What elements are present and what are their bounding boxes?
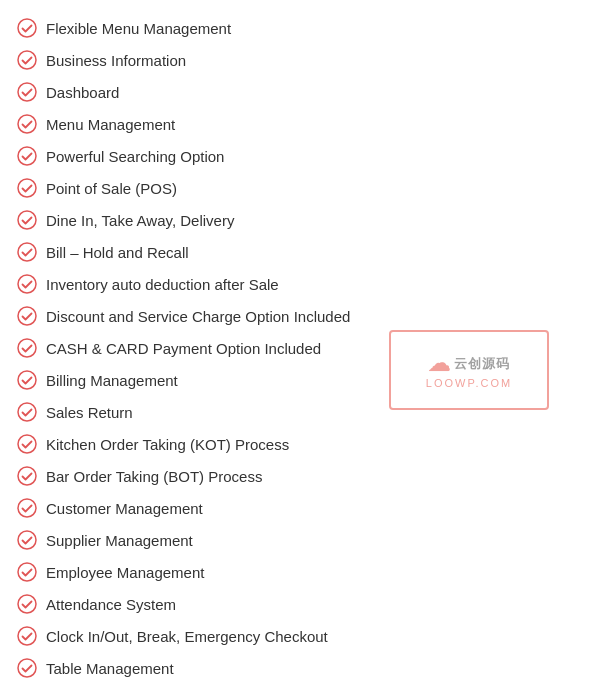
feature-label: Kitchen Order Taking (KOT) Process [46, 434, 289, 455]
check-icon [16, 177, 38, 199]
svg-point-0 [18, 19, 36, 37]
feature-label: Billing Management [46, 370, 178, 391]
check-icon [16, 81, 38, 103]
feature-list: Flexible Menu Management Business Inform… [16, 12, 593, 689]
svg-point-8 [18, 275, 36, 293]
svg-point-4 [18, 147, 36, 165]
feature-label: Supplier Management [46, 530, 193, 551]
check-icon [16, 529, 38, 551]
check-icon [16, 241, 38, 263]
feature-label: Attendance System [46, 594, 176, 615]
svg-point-7 [18, 243, 36, 261]
feature-label: Sales Return [46, 402, 133, 423]
check-icon [16, 657, 38, 679]
check-icon [16, 145, 38, 167]
check-icon [16, 337, 38, 359]
check-icon [16, 273, 38, 295]
list-item: Employee Management [16, 556, 593, 588]
feature-label: Table Management [46, 658, 174, 679]
feature-label: Customer Management [46, 498, 203, 519]
check-icon [16, 433, 38, 455]
feature-label: Bill – Hold and Recall [46, 242, 189, 263]
svg-point-1 [18, 51, 36, 69]
list-item: Powerful Searching Option [16, 140, 593, 172]
feature-label: Bar Order Taking (BOT) Process [46, 466, 262, 487]
feature-label: Employee Management [46, 562, 204, 583]
feature-label: Dine In, Take Away, Delivery [46, 210, 234, 231]
list-item: Point of Sale (POS) [16, 172, 593, 204]
list-item: Dashboard [16, 76, 593, 108]
svg-point-18 [18, 595, 36, 613]
list-item: Supplier Management [16, 524, 593, 556]
svg-point-17 [18, 563, 36, 581]
check-icon [16, 401, 38, 423]
check-icon [16, 369, 38, 391]
check-icon [16, 497, 38, 519]
check-icon [16, 465, 38, 487]
feature-label: CASH & CARD Payment Option Included [46, 338, 321, 359]
feature-label: Clock In/Out, Break, Emergency Checkout [46, 626, 328, 647]
list-item: Bill – Hold and Recall [16, 236, 593, 268]
check-icon [16, 561, 38, 583]
check-icon [16, 593, 38, 615]
check-icon [16, 113, 38, 135]
feature-label: Powerful Searching Option [46, 146, 224, 167]
check-icon [16, 625, 38, 647]
list-item: Bar Order Taking (BOT) Process [16, 460, 593, 492]
svg-point-12 [18, 403, 36, 421]
svg-point-6 [18, 211, 36, 229]
list-item: Menu Management [16, 108, 593, 140]
feature-label: Discount and Service Charge Option Inclu… [46, 306, 350, 327]
svg-point-19 [18, 627, 36, 645]
svg-point-16 [18, 531, 36, 549]
check-icon [16, 209, 38, 231]
feature-label: Dashboard [46, 82, 119, 103]
list-item: Sales Return [16, 396, 593, 428]
list-item: Kitchen Order Taking (KOT) Process [16, 428, 593, 460]
feature-label: Point of Sale (POS) [46, 178, 177, 199]
feature-label: Business Information [46, 50, 186, 71]
feature-label: Inventory auto deduction after Sale [46, 274, 279, 295]
list-item: Billing Management [16, 364, 593, 396]
list-item: Inventory auto deduction after Sale [16, 268, 593, 300]
list-item: User Management [16, 684, 593, 689]
check-icon [16, 305, 38, 327]
list-item: Clock In/Out, Break, Emergency Checkout [16, 620, 593, 652]
svg-point-9 [18, 307, 36, 325]
svg-point-14 [18, 467, 36, 485]
svg-point-20 [18, 659, 36, 677]
list-item: Flexible Menu Management [16, 12, 593, 44]
list-item: Table Management [16, 652, 593, 684]
list-item: Dine In, Take Away, Delivery [16, 204, 593, 236]
check-icon [16, 17, 38, 39]
feature-label: Menu Management [46, 114, 175, 135]
svg-point-5 [18, 179, 36, 197]
svg-point-15 [18, 499, 36, 517]
list-item: Business Information [16, 44, 593, 76]
svg-point-11 [18, 371, 36, 389]
feature-label: Flexible Menu Management [46, 18, 231, 39]
svg-point-2 [18, 83, 36, 101]
svg-point-10 [18, 339, 36, 357]
list-item: CASH & CARD Payment Option Included [16, 332, 593, 364]
svg-point-3 [18, 115, 36, 133]
list-item: Customer Management [16, 492, 593, 524]
svg-point-13 [18, 435, 36, 453]
list-item: Discount and Service Charge Option Inclu… [16, 300, 593, 332]
check-icon [16, 49, 38, 71]
list-item: Attendance System [16, 588, 593, 620]
